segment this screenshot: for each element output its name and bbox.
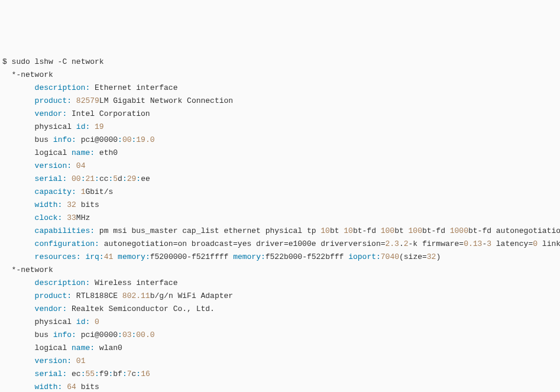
indent xyxy=(2,121,35,134)
indent xyxy=(2,238,35,251)
field-key: version: xyxy=(35,357,72,365)
field-key: info: xyxy=(53,135,76,144)
field-value-part: -k firmware= xyxy=(409,239,464,248)
field-value-part: link= xyxy=(538,239,560,248)
terminal-line: vendor: Intel Corporation xyxy=(2,108,558,121)
field-value-part xyxy=(72,161,76,170)
indent xyxy=(2,186,35,199)
terminal-line: width: 64 bits xyxy=(2,381,558,392)
field-value-part: 16 xyxy=(141,370,150,378)
field-key: name: xyxy=(72,148,95,157)
indent xyxy=(2,277,35,290)
terminal-line: logical name: wlan0 xyxy=(2,342,558,355)
indent xyxy=(2,329,35,342)
indent xyxy=(2,108,35,121)
field-key: configuration: xyxy=(35,239,99,248)
field-value-part: 10 xyxy=(321,226,330,235)
field-value-part: Gbit/s xyxy=(85,187,113,196)
field-prefix: physical xyxy=(35,122,76,131)
indent xyxy=(2,303,35,316)
field-value-part: 0 xyxy=(95,318,99,326)
field-key: id: xyxy=(76,122,90,131)
terminal-line: *-network xyxy=(2,69,558,82)
field-value-part: 33 xyxy=(67,213,76,222)
terminal-line: version: 01 xyxy=(2,355,558,368)
field-value-part: pci@0000 xyxy=(76,331,118,339)
field-key: serial: xyxy=(35,370,67,378)
field-value-part: 10 xyxy=(344,226,353,235)
field-value-part: wlan0 xyxy=(95,344,122,352)
field-value-part: ec xyxy=(67,370,80,378)
field-value-part: memory: xyxy=(233,252,266,261)
field-value-part: pci@0000 xyxy=(76,135,118,144)
field-value-part: f522b000-f522bfff xyxy=(266,252,348,261)
field-key: clock: xyxy=(35,213,63,222)
shell-prompt: $ xyxy=(2,57,12,66)
field-value-part: 100 xyxy=(381,226,394,235)
terminal-line: $ sudo lshw -C network xyxy=(2,56,558,69)
indent xyxy=(2,225,35,238)
terminal-line: capacity: 1Gbit/s xyxy=(2,186,558,199)
field-key: vendor: xyxy=(35,304,67,313)
field-value-part: 7 xyxy=(127,370,132,378)
indent xyxy=(2,173,35,186)
indent xyxy=(2,82,35,95)
field-value-part: bt-fd autonegotiation xyxy=(468,226,560,235)
field-value-part: f5200000-f521ffff xyxy=(150,252,233,261)
field-value-part: : xyxy=(136,174,141,183)
terminal-line: description: Wireless interface xyxy=(2,277,558,290)
field-value-part xyxy=(90,318,95,326)
field-value-part xyxy=(113,252,118,261)
indent xyxy=(2,368,35,381)
field-value-part: 802.11 xyxy=(122,291,150,300)
field-value-part: 55 xyxy=(85,370,95,378)
field-value-part: 82579 xyxy=(76,96,99,105)
terminal-line: serial: ec:55:f9:bf:7c:16 xyxy=(2,368,558,381)
field-value-part: bt xyxy=(330,226,344,235)
field-value-part: bt-fd xyxy=(422,226,450,235)
field-value-part: : xyxy=(118,331,122,339)
field-value-part xyxy=(67,174,72,183)
field-value-part: bits xyxy=(76,200,99,209)
field-value-part: Intel Corporation xyxy=(67,109,150,118)
field-value-part: 03 xyxy=(122,331,132,339)
field-value-part: (size= xyxy=(399,252,427,261)
field-value-part: 0.13 xyxy=(464,239,482,248)
field-key: capacity: xyxy=(35,187,76,196)
field-key: product: xyxy=(35,96,72,105)
terminal-line: width: 32 bits xyxy=(2,199,558,212)
field-value-part: pm msi bus_master cap_list ethernet phys… xyxy=(95,226,321,235)
field-value-part: : xyxy=(118,135,122,144)
field-value-part: 00.0 xyxy=(136,331,154,339)
field-value-part: cc xyxy=(99,174,109,183)
field-key: vendor: xyxy=(35,109,67,118)
indent xyxy=(2,381,35,392)
field-key: id: xyxy=(76,318,90,326)
terminal-line: physical id: 19 xyxy=(2,121,558,134)
field-value-part: 01 xyxy=(76,357,86,365)
field-value-part: ee xyxy=(141,174,150,183)
field-value-part: : xyxy=(95,370,99,378)
field-value-part: 100 xyxy=(409,226,422,235)
indent xyxy=(2,147,35,160)
field-key: info: xyxy=(53,331,76,339)
terminal-line: resources: irq:41 memory:f5200000-f521ff… xyxy=(2,251,558,264)
field-value-part: memory: xyxy=(118,252,150,261)
network-header: *-network xyxy=(2,265,53,274)
terminal-line: physical id: 0 xyxy=(2,316,558,329)
field-value-part: 0 xyxy=(533,239,538,248)
indent xyxy=(2,355,35,368)
terminal-line: capabilities: pm msi bus_master cap_list… xyxy=(2,225,558,238)
terminal-line: vendor: Realtek Semiconductor Co., Ltd. xyxy=(2,303,558,316)
field-value-part xyxy=(72,357,76,365)
field-value-part: Realtek Semiconductor Co., Ltd. xyxy=(67,304,215,313)
field-value-part: 29 xyxy=(127,174,137,183)
field-value-part: . xyxy=(399,239,404,248)
terminal-line: product: RTL8188CE 802.11b/g/n WiFi Adap… xyxy=(2,290,558,303)
field-key: name: xyxy=(72,344,95,352)
field-value-part: ioport: xyxy=(348,252,381,261)
indent xyxy=(2,95,35,108)
field-prefix: logical xyxy=(35,344,72,352)
terminal-line: serial: 00:21:cc:5d:29:ee xyxy=(2,173,558,186)
field-key: width: xyxy=(35,383,63,391)
